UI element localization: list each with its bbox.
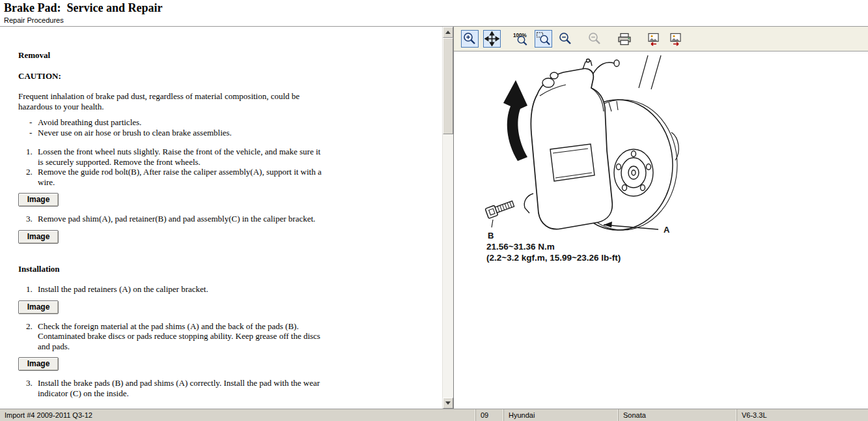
arrow-down-icon [445, 401, 451, 405]
status-year: 09 [476, 409, 504, 421]
installation-step: 1. Install the pad retainers (A) on the … [26, 284, 437, 295]
previous-image-icon [646, 31, 662, 46]
scrollbar-thumb[interactable] [443, 38, 453, 134]
image-button[interactable]: Image [18, 357, 59, 371]
procedure-pane: Removal CAUTION: Frequent inhalation of … [0, 27, 454, 409]
installation-step: 2. Check the foreign material at the pad… [26, 321, 437, 352]
status-engine: V6-3.3L [737, 409, 868, 421]
installation-step: 3. Install the brake pads (B) and pad sh… [26, 378, 437, 398]
image-button[interactable]: Image [18, 230, 59, 244]
step-text: Remove pad shim(A), pad retainer(B) and … [38, 214, 315, 224]
image-button[interactable]: Image [18, 193, 59, 207]
document-scrollbar[interactable] [442, 27, 453, 409]
step-number: 1. [26, 284, 38, 295]
zoom-out-button[interactable] [557, 30, 574, 48]
removal-step: 1. Lossen the front wheel nuts slightly.… [26, 147, 437, 167]
zoom-in-icon [462, 31, 477, 46]
previous-image-button[interactable] [645, 30, 662, 48]
bullet-text: Never use on air hose or brush to clean … [38, 128, 232, 138]
zoom-out-icon [558, 31, 573, 46]
step-text: Check the foreign material at the pad sh… [38, 321, 328, 352]
page-subtitle: Repair Procedures [4, 16, 864, 24]
label-b: B [488, 231, 494, 240]
document-header: Brake Pad: Service and Repair Repair Pro… [0, 0, 868, 27]
step-number: 3. [26, 378, 38, 398]
print-button[interactable] [615, 30, 633, 48]
status-import: Import #4 2009-2011 Q3-12 [0, 409, 476, 421]
removal-step: 3. Remove pad shim(A), pad retainer(B) a… [26, 214, 437, 224]
page-title: Brake Pad: Service and Repair [4, 1, 864, 15]
zoom-100-button[interactable]: 100% [512, 30, 530, 48]
torque-spec-line2: (2.2~3.2 kgf.m, 15.99~23.26 lb-ft) [486, 253, 621, 263]
removal-step: 2. Remove the guide rod bolt(B), After r… [26, 167, 437, 187]
procedure-document: Removal CAUTION: Frequent inhalation of … [0, 27, 442, 409]
zoom-window-button[interactable] [535, 30, 552, 48]
next-image-icon [668, 31, 684, 46]
image-viewer-pane: 100% [454, 27, 868, 409]
status-model: Sonata [619, 409, 737, 421]
image-toolbar: 100% [454, 27, 868, 51]
step-text: Remove the guide rod bolt(B), After rais… [38, 167, 328, 187]
step-number: 1. [26, 147, 38, 167]
bullet-text: Avoid breathing dust particles. [38, 117, 141, 128]
list-item: - Avoid breathing dust particles. [29, 117, 437, 128]
scroll-up-button[interactable] [443, 27, 453, 38]
scroll-down-button[interactable] [443, 398, 453, 409]
zoom-out-disabled-button [586, 30, 604, 48]
step-text: Lossen the front wheel nuts slightly. Ra… [38, 147, 328, 167]
zoom-in-button[interactable] [461, 30, 479, 48]
main-split: Removal CAUTION: Frequent inhalation of … [0, 27, 868, 409]
step-number: 3. [26, 214, 38, 224]
pan-button[interactable] [483, 30, 501, 48]
next-image-button[interactable] [667, 30, 684, 48]
status-bar: Import #4 2009-2011 Q3-12 09 Hyundai Son… [0, 409, 868, 421]
step-number: 2. [26, 321, 38, 352]
step-text: Install the brake pads (B) and pad shims… [38, 378, 328, 398]
image-button[interactable]: Image [18, 300, 59, 314]
pan-icon [484, 31, 499, 46]
step-number: 2. [26, 167, 38, 187]
caution-bullet-list: - Avoid breathing dust particles. - Neve… [18, 117, 437, 138]
caution-text: Frequent inhalation of brake pad dust, r… [18, 91, 313, 111]
arrow-up-icon [445, 31, 451, 34]
section-heading-installation: Installation [18, 264, 437, 274]
zoom-100-icon: 100% [513, 31, 529, 46]
zoom-out-disabled-icon [587, 31, 602, 46]
list-item: - Never use on air hose or brush to clea… [29, 128, 437, 138]
zoom-window-icon [536, 31, 551, 46]
status-make: Hyundai [504, 409, 619, 421]
step-text: Install the pad retainers (A) on the cal… [38, 284, 208, 295]
bullet-marker: - [29, 128, 38, 138]
diagram-viewport[interactable]: B A 21.56~31.36 N.m (2.2~3.2 kgf.m, 15.9… [454, 51, 868, 409]
section-heading-removal: Removal [18, 50, 437, 61]
bullet-marker: - [29, 117, 38, 128]
section-heading-caution: CAUTION: [18, 71, 437, 81]
print-icon [617, 32, 632, 46]
label-a: A [664, 225, 670, 235]
zoom-100-label: 100% [513, 33, 527, 38]
brake-caliper-diagram: B A 21.56~31.36 N.m (2.2~3.2 kgf.m, 15.9… [455, 54, 729, 269]
torque-spec-line1: 21.56~31.36 N.m [486, 242, 555, 252]
